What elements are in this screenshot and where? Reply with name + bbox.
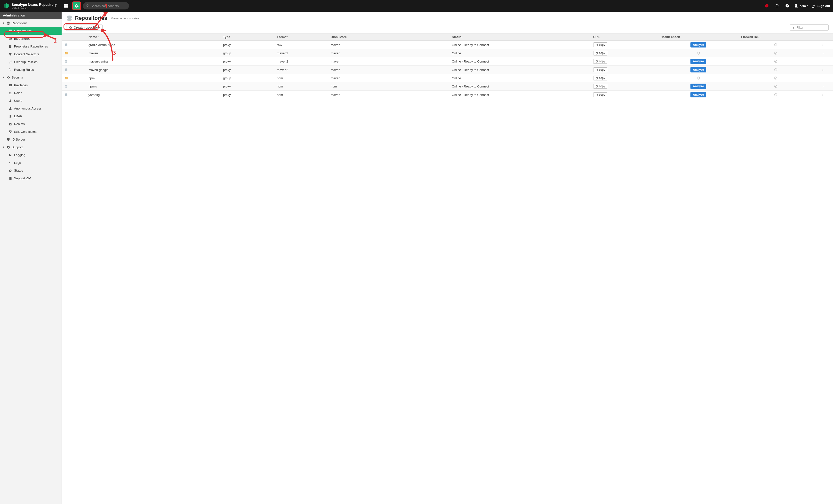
sidebar-item-label: Content Selectors xyxy=(14,52,39,56)
chevron-right-icon[interactable]: › xyxy=(813,49,833,57)
nav-group-iq server[interactable]: IQ Server xyxy=(0,135,62,143)
user-menu[interactable]: admin xyxy=(794,4,808,8)
col-status[interactable]: Status xyxy=(450,33,591,41)
svg-point-38 xyxy=(65,44,67,44)
chevron-right-icon[interactable]: › xyxy=(813,82,833,91)
copy-url-button[interactable]: copy xyxy=(593,84,607,89)
sidebar-item-blob-stores[interactable]: Blob Stores xyxy=(0,35,62,43)
sidebar-item-support-zip[interactable]: Support ZIP xyxy=(0,174,62,182)
refresh-icon[interactable] xyxy=(774,2,780,9)
repo-blob: maven xyxy=(328,66,450,74)
chevron-right-icon[interactable]: › xyxy=(813,57,833,66)
sidebar-item-logging[interactable]: Logging xyxy=(0,151,62,159)
user-name: admin xyxy=(800,4,808,8)
svg-rect-7 xyxy=(9,31,11,32)
sidebar-item-privileges[interactable]: Privileges xyxy=(0,81,62,89)
sidebar-item-roles[interactable]: Roles xyxy=(0,89,62,97)
nexus-logo-icon xyxy=(3,2,10,9)
chevron-right-icon[interactable]: › xyxy=(813,41,833,49)
chevron-right-icon[interactable]: › xyxy=(813,66,833,74)
col-health-check[interactable]: Health check xyxy=(658,33,739,41)
table-row[interactable]: npm group npm maven Online copy › xyxy=(62,74,833,82)
sidebar-item-anonymous-access[interactable]: Anonymous Access xyxy=(0,104,62,112)
person-icon xyxy=(8,106,12,110)
repo-status: Online xyxy=(450,74,591,82)
disabled-icon xyxy=(660,51,736,55)
col-type[interactable]: Type xyxy=(221,33,275,41)
nav-group-security[interactable]: ▼ Security xyxy=(0,73,62,81)
nav-group-repository[interactable]: ▼ Repository xyxy=(0,19,62,27)
sidebar-item-routing-rules[interactable]: Routing Rules xyxy=(0,66,62,73)
search-box[interactable]: Search components xyxy=(83,2,129,9)
copy-url-button[interactable]: copy xyxy=(593,51,607,55)
copy-url-button[interactable]: copy xyxy=(593,67,607,72)
repo-blob: maven xyxy=(328,57,450,66)
col-firewall[interactable]: Firewall Re... xyxy=(739,33,813,41)
svg-line-42 xyxy=(775,44,777,46)
brand-subtitle: OSS 3.72.0-04 xyxy=(11,6,57,9)
sidebar-item-status[interactable]: Status xyxy=(0,167,62,174)
sidebar-item-proprietary-repositories[interactable]: Proprietary Repositories xyxy=(0,43,62,50)
filter-input[interactable]: Filter xyxy=(790,24,829,30)
sidebar-item-ldap[interactable]: LDAP xyxy=(0,112,62,120)
sidebar-item-users[interactable]: Users xyxy=(0,97,62,104)
copy-url-button[interactable]: copy xyxy=(593,92,607,97)
svg-line-50 xyxy=(775,52,777,54)
chevron-down-icon: ▼ xyxy=(2,76,5,78)
repo-format: npm xyxy=(275,74,328,82)
repo-status: Online - Ready to Connect xyxy=(450,91,591,99)
sidebar-item-cleanup-policies[interactable]: Cleanup Policies xyxy=(0,58,62,66)
repo-format: raw xyxy=(275,41,328,49)
nav-group-label: Support xyxy=(11,145,23,149)
table-row[interactable]: yarnpkg proxy npm maven Online - Ready t… xyxy=(62,91,833,99)
svg-rect-71 xyxy=(596,85,597,87)
repo-status: Online - Ready to Connect xyxy=(450,66,591,74)
analyze-button[interactable]: Analyze xyxy=(690,83,706,89)
repo-type: proxy xyxy=(221,41,275,49)
nav-group-label: Repository xyxy=(11,21,27,25)
sidebar-item-realms[interactable]: Realms xyxy=(0,120,62,128)
nav-group-support[interactable]: ▼ Support xyxy=(0,143,62,151)
sidebar-item-label: Routing Rules xyxy=(14,68,34,72)
sidebar-item-content-selectors[interactable]: Content Selectors xyxy=(0,50,62,58)
copy-url-button[interactable]: copy xyxy=(593,43,607,47)
search-icon xyxy=(86,4,89,7)
col-format[interactable]: Format xyxy=(275,33,328,41)
help-icon[interactable]: ? xyxy=(784,2,791,9)
user-icon xyxy=(794,4,798,8)
col-url[interactable]: URL xyxy=(591,33,658,41)
repo-type-icon xyxy=(64,51,68,55)
sidebar-item-repositories[interactable]: Repositories xyxy=(0,27,62,35)
filter-icon xyxy=(792,26,795,29)
table-row[interactable]: gradle-distributions proxy raw maven Onl… xyxy=(62,41,833,49)
svg-point-24 xyxy=(10,99,11,101)
copy-url-button[interactable]: copy xyxy=(593,59,607,64)
table-row[interactable]: maven-google proxy maven2 maven Online -… xyxy=(62,66,833,74)
create-repository-button[interactable]: Create repository xyxy=(66,24,102,31)
col-name[interactable]: Name ↑ xyxy=(86,33,221,41)
svg-text:?: ? xyxy=(786,5,788,7)
sidebar-item-ssl-certificates[interactable]: SSL Certificates xyxy=(0,128,62,135)
chevron-right-icon[interactable]: › xyxy=(813,74,833,82)
analyze-button[interactable]: Analyze xyxy=(690,42,706,48)
analyze-button[interactable]: Analyze xyxy=(690,59,706,64)
svg-point-25 xyxy=(10,107,11,108)
col-blob[interactable]: Blob Store xyxy=(328,33,450,41)
browse-mode-button[interactable] xyxy=(62,1,70,10)
disabled-icon xyxy=(741,68,810,72)
table-row[interactable]: maven-central proxy maven2 maven Online … xyxy=(62,57,833,66)
table-row[interactable]: npmjs proxy npm npm Online - Ready to Co… xyxy=(62,82,833,91)
alert-icon[interactable] xyxy=(763,2,770,9)
table-row[interactable]: maven group maven2 maven Online copy › xyxy=(62,49,833,57)
copy-url-button[interactable]: copy xyxy=(593,76,607,80)
chevron-right-icon[interactable]: › xyxy=(813,91,833,99)
sidebar-item-logs[interactable]: Logs xyxy=(0,159,62,167)
analyze-button[interactable]: Analyze xyxy=(690,67,706,72)
repo-status: Online - Ready to Connect xyxy=(450,41,591,49)
svg-rect-46 xyxy=(596,52,597,54)
signout-button[interactable]: Sign out xyxy=(812,4,830,8)
analyze-button[interactable]: Analyze xyxy=(690,92,706,97)
svg-point-19 xyxy=(9,84,10,85)
admin-mode-button[interactable] xyxy=(72,1,81,10)
svg-line-55 xyxy=(775,60,777,62)
